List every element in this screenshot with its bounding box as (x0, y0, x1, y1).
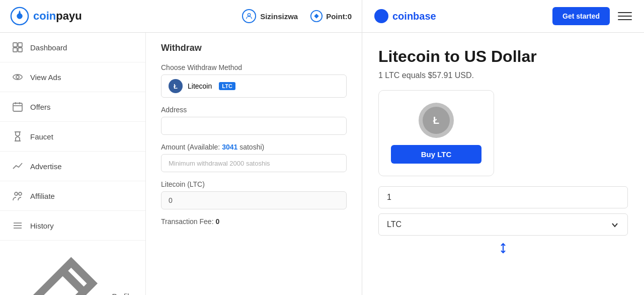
choose-method-group: Choose Withdraw Method Ł Litecoin LTC (161, 63, 347, 98)
sidebar-item-dashboard[interactable]: Dashboard (0, 33, 145, 62)
svg-text:Ł: Ł (433, 115, 439, 126)
coinbase-logo: coinbase (374, 9, 436, 23)
hamburger-menu-icon[interactable] (618, 9, 632, 23)
svg-rect-10 (13, 103, 22, 111)
address-label: Address (161, 106, 347, 114)
hourglass-icon (12, 131, 23, 142)
ltc-logo-circle: Ł (419, 103, 454, 138)
edit-icon (12, 250, 105, 295)
svg-rect-5 (18, 43, 22, 47)
svg-point-9 (16, 76, 19, 79)
ltc-card: Ł Buy LTC (378, 90, 494, 176)
withdraw-title: Withdraw (161, 43, 347, 53)
choose-method-label: Choose Withdraw Method (161, 63, 347, 71)
converter-section: LTC (378, 186, 628, 254)
address-group: Address (161, 106, 347, 135)
coinpayu-logo: coinpayu (10, 7, 82, 26)
sidebar-faucet-label: Faucet (30, 132, 53, 141)
header-points-text: Point:0 (326, 12, 352, 21)
sidebar-dashboard-label: Dashboard (30, 43, 67, 52)
ltc-logo-inner: Ł (423, 107, 450, 134)
ltc-badge: LTC (219, 82, 235, 90)
method-name: Litecoin (188, 82, 212, 90)
cb-subtext: 1 LTC equals $57.91 USD. (378, 71, 628, 80)
people-icon (12, 190, 23, 201)
sidebar-viewads-label: View Ads (30, 73, 61, 82)
converter-input[interactable] (378, 186, 628, 208)
currency-select[interactable]: LTC (378, 213, 628, 236)
user-icon (242, 9, 256, 23)
list-icon (12, 220, 23, 231)
sidebar-advertise-label: Advertise (30, 162, 62, 171)
svg-rect-6 (13, 48, 17, 52)
amount-label: Amount (Available: 3041 satoshi) (161, 143, 347, 151)
sidebar-item-history[interactable]: History (0, 211, 145, 241)
coinbase-header: coinbase Get started (362, 0, 644, 33)
amount-group: Amount (Available: 3041 satoshi) (161, 143, 347, 172)
svg-rect-7 (18, 48, 22, 52)
get-started-button[interactable]: Get started (552, 7, 610, 25)
txn-fee-value: 0 (215, 217, 219, 226)
grid-icon (12, 42, 23, 53)
sidebar-item-affiliate[interactable]: Affiliate (0, 181, 145, 211)
sidebar-item-offers[interactable]: Offers (0, 92, 145, 122)
sidebar-item-faucet[interactable]: Faucet (0, 122, 145, 152)
sidebar-affiliate-label: Affiliate (30, 192, 55, 200)
txn-fee-row: Transaction Fee: 0 (161, 217, 347, 226)
ltc-method-icon: Ł (169, 79, 183, 93)
calendar-icon (12, 101, 23, 112)
header-points-section: Point:0 (310, 10, 352, 23)
litecoin-group: Litecoin (LTC) 0 (161, 180, 347, 209)
sidebar-item-view-ads[interactable]: View Ads (0, 62, 145, 92)
buy-ltc-button[interactable]: Buy LTC (391, 145, 481, 164)
available-amount: 3041 (222, 143, 237, 151)
coinpayu-panel: coinpayu Sizinsizwa Point:0 (0, 0, 362, 295)
sidebar-item-advertise[interactable]: Advertise (0, 152, 145, 181)
coinpayu-body: Dashboard View Ads Offers Faucet (0, 33, 362, 295)
currency-label: LTC (387, 220, 401, 229)
svg-point-2 (248, 14, 250, 16)
cb-heading: Litecoin to US Dollar (378, 47, 628, 66)
eye-icon (12, 71, 23, 83)
sidebar: Dashboard View Ads Offers Faucet (0, 33, 146, 295)
coinpayu-logo-text: coinpayu (33, 10, 82, 23)
sidebar-offers-label: Offers (30, 103, 51, 111)
sidebar-profile-label: Profile (112, 292, 133, 295)
sidebar-history-label: History (30, 222, 54, 230)
svg-rect-4 (13, 43, 17, 47)
points-icon (310, 10, 323, 23)
sidebar-item-profile[interactable]: Profile (0, 241, 145, 295)
address-input[interactable] (161, 117, 347, 135)
litecoin-value: 0 (161, 191, 347, 209)
chevron-down-icon (610, 220, 619, 229)
coinbase-logo-text: coinbase (392, 11, 436, 22)
header-username: Sizinsizwa (260, 12, 298, 21)
withdraw-main: Withdraw Choose Withdraw Method Ł Liteco… (146, 33, 362, 295)
amount-input[interactable] (161, 154, 347, 172)
coinpayu-header: coinpayu Sizinsizwa Point:0 (0, 0, 362, 33)
svg-point-14 (15, 192, 18, 195)
swap-icon[interactable] (378, 243, 628, 254)
svg-point-15 (19, 192, 22, 195)
litecoin-label: Litecoin (LTC) (161, 180, 347, 188)
header-user-section: Sizinsizwa (242, 9, 298, 23)
method-select-button[interactable]: Ł Litecoin LTC (161, 75, 347, 98)
coinpayu-logo-icon (10, 7, 29, 26)
coinbase-panel: coinbase Get started Litecoin to US Doll… (362, 0, 644, 295)
coinbase-body: Litecoin to US Dollar 1 LTC equals $57.9… (362, 33, 644, 295)
coinbase-logo-icon (374, 9, 388, 23)
chart-icon (12, 161, 23, 172)
